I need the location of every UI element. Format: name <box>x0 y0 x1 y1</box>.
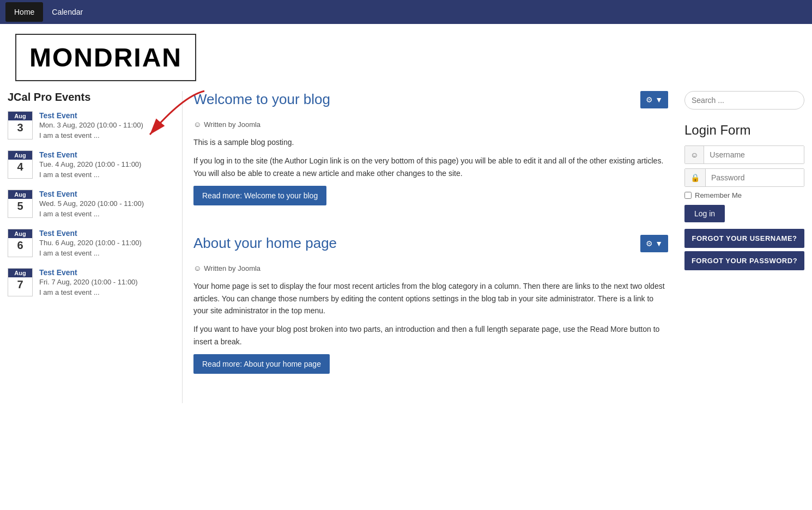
event-item: Aug 6 Test Event Thu. 6 Aug, 2020 (10:00… <box>8 229 171 257</box>
event-desc: I am a test event ... <box>39 131 143 139</box>
event-date-badge: Aug 7 <box>8 268 33 296</box>
event-details: Test Event Tue. 4 Aug, 2020 (10:00 - 11:… <box>39 150 141 179</box>
username-input[interactable] <box>704 146 804 163</box>
event-details: Test Event Mon. 3 Aug, 2020 (10:00 - 11:… <box>39 111 143 139</box>
event-month: Aug <box>8 190 32 199</box>
event-title[interactable]: Test Event <box>39 268 77 277</box>
user-icon: ☺ <box>685 146 704 163</box>
event-date-badge: Aug 4 <box>8 150 33 179</box>
article-meta: ☺ Written by Joomla <box>193 264 668 272</box>
event-desc: I am a test event ... <box>39 171 141 179</box>
remember-me-row: Remember Me <box>684 191 804 199</box>
event-details: Test Event Wed. 5 Aug, 2020 (10:00 - 11:… <box>39 190 144 218</box>
forgot-password-button[interactable]: FORGOT YOUR PASSWORD? <box>684 251 804 270</box>
events-list: Aug 3 Test Event Mon. 3 Aug, 2020 (10:00… <box>8 111 171 296</box>
articles-list: Welcome to your blog ⚙ ▼ ☺ Written by Jo… <box>193 91 668 387</box>
event-desc: I am a test event ... <box>39 288 138 296</box>
article-section: Welcome to your blog ⚙ ▼ ☺ Written by Jo… <box>193 91 668 218</box>
event-item: Aug 4 Test Event Tue. 4 Aug, 2020 (10:00… <box>8 150 171 179</box>
top-nav: Home Calendar <box>0 0 812 24</box>
event-month: Aug <box>8 151 32 160</box>
event-day: 4 <box>8 160 32 174</box>
center-content: Welcome to your blog ⚙ ▼ ☺ Written by Jo… <box>182 91 674 403</box>
event-datetime: Wed. 5 Aug, 2020 (10:00 - 11:00) <box>39 199 144 208</box>
article-title: About your home page <box>193 235 337 252</box>
event-item: Aug 3 Test Event Mon. 3 Aug, 2020 (10:00… <box>8 111 171 139</box>
main-container: JCal Pro Events Aug 3 Test Event Mon. 3 … <box>0 91 812 403</box>
event-date-badge: Aug 6 <box>8 229 33 257</box>
event-item: Aug 7 Test Event Fri. 7 Aug, 2020 (10:00… <box>8 268 171 296</box>
logo: MONDRIAN <box>15 34 196 81</box>
article-header-row: About your home page ⚙ ▼ <box>193 235 668 257</box>
nav-home[interactable]: Home <box>5 2 43 22</box>
search-input[interactable] <box>684 91 804 110</box>
password-wrapper: 🔒 <box>684 168 804 187</box>
event-title[interactable]: Test Event <box>39 150 77 159</box>
remember-me-checkbox[interactable] <box>684 192 692 199</box>
article-body2: If you want to have your blog post broke… <box>193 323 668 348</box>
password-input[interactable] <box>706 169 804 186</box>
event-datetime: Tue. 4 Aug, 2020 (10:00 - 11:00) <box>39 160 141 168</box>
event-datetime: Fri. 7 Aug, 2020 (10:00 - 11:00) <box>39 278 138 286</box>
right-sidebar: Login Form ☺ 🔒 Remember Me Log in FORGOT… <box>684 91 804 403</box>
event-title[interactable]: Test Event <box>39 111 77 120</box>
event-month: Aug <box>8 229 32 238</box>
article-gear-button[interactable]: ⚙ ▼ <box>640 91 668 108</box>
remember-me-label: Remember Me <box>695 191 742 199</box>
article-section: About your home page ⚙ ▼ ☺ Written by Jo… <box>193 235 668 387</box>
logo-text: MONDRIAN <box>29 42 182 72</box>
article-title: Welcome to your blog <box>193 91 330 108</box>
article-gear-button[interactable]: ⚙ ▼ <box>640 235 668 252</box>
username-wrapper: ☺ <box>684 145 804 164</box>
article-meta: ☺ Written by Joomla <box>193 120 668 129</box>
event-month: Aug <box>8 269 32 277</box>
read-more-button[interactable]: Read more: About your home page <box>193 354 330 374</box>
event-date-badge: Aug 5 <box>8 190 33 218</box>
login-form-title: Login Form <box>684 123 804 138</box>
author-icon: ☺ <box>193 120 201 129</box>
event-details: Test Event Thu. 6 Aug, 2020 (10:00 - 11:… <box>39 229 142 257</box>
event-datetime: Thu. 6 Aug, 2020 (10:00 - 11:00) <box>39 239 142 247</box>
event-title[interactable]: Test Event <box>39 190 77 198</box>
read-more-button[interactable]: Read more: Welcome to your blog <box>193 186 326 205</box>
article-author: Written by Joomla <box>204 264 260 272</box>
event-title[interactable]: Test Event <box>39 229 77 238</box>
forgot-username-button[interactable]: FORGOT YOUR USERNAME? <box>684 229 804 248</box>
article-body1: This is a sample blog posting. <box>193 136 668 148</box>
article-author: Written by Joomla <box>204 120 260 129</box>
article-header-row: Welcome to your blog ⚙ ▼ <box>193 91 668 113</box>
event-day: 3 <box>8 120 32 135</box>
event-month: Aug <box>8 112 32 120</box>
event-desc: I am a test event ... <box>39 210 144 218</box>
login-button[interactable]: Log in <box>684 205 725 222</box>
left-sidebar: JCal Pro Events Aug 3 Test Event Mon. 3 … <box>8 91 171 403</box>
event-day: 6 <box>8 238 32 253</box>
article-body2: If you log in to the site (the Author Lo… <box>193 155 668 179</box>
event-day: 7 <box>8 277 32 292</box>
event-day: 5 <box>8 199 32 214</box>
author-icon: ☺ <box>193 264 201 272</box>
lock-icon: 🔒 <box>685 169 706 186</box>
nav-calendar[interactable]: Calendar <box>43 2 92 22</box>
event-datetime: Mon. 3 Aug, 2020 (10:00 - 11:00) <box>39 121 143 129</box>
event-desc: I am a test event ... <box>39 249 142 257</box>
article-body1: Your home page is set to display the fou… <box>193 280 668 317</box>
sidebar-title: JCal Pro Events <box>8 91 171 104</box>
event-item: Aug 5 Test Event Wed. 5 Aug, 2020 (10:00… <box>8 190 171 218</box>
event-details: Test Event Fri. 7 Aug, 2020 (10:00 - 11:… <box>39 268 138 296</box>
event-date-badge: Aug 3 <box>8 111 33 139</box>
